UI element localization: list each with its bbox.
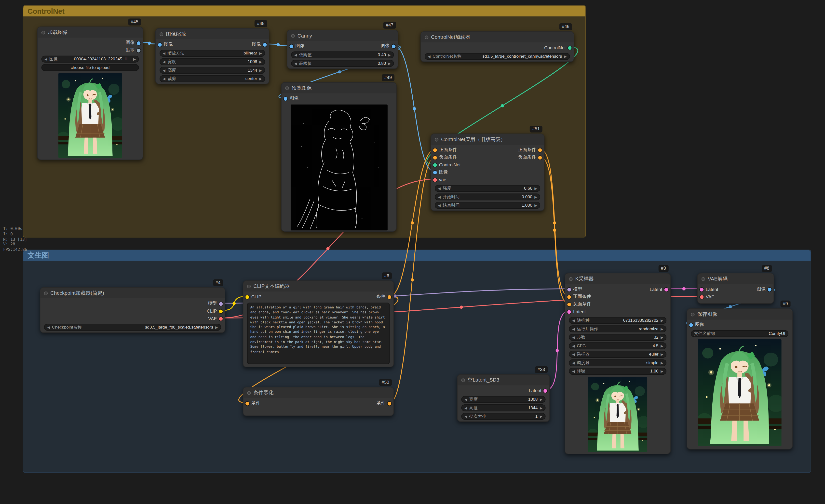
widget-filename-prefix[interactable]: 文件名前缀ComfyUI [691,330,788,337]
node-image-scale[interactable]: #48图像缩放图像图像◀缩放方法bilinear▶◀宽度1008▶◀高度1344… [155,28,269,84]
increment-arrow-icon[interactable]: ▶ [534,195,537,199]
collapse-dot-icon[interactable] [41,30,45,34]
increment-arrow-icon[interactable]: ▶ [661,335,663,339]
increment-arrow-icon[interactable]: ▶ [564,54,567,59]
output-port-latent[interactable] [543,389,547,392]
widget-sampler-name[interactable]: ◀采样器euler▶ [569,351,666,358]
decrement-arrow-icon[interactable]: ◀ [438,203,441,207]
collapse-dot-icon[interactable] [435,138,438,141]
decrement-arrow-icon[interactable]: ◀ [163,77,165,81]
node-checkpoint-loader-simple[interactable]: #4Checkpoint加载器(简易)模型CLIPVAE◀Checkpoint名… [40,287,225,333]
decrement-arrow-icon[interactable]: ◀ [163,60,165,64]
output-port-control_net[interactable] [568,46,572,50]
prompt-textarea[interactable] [247,303,390,364]
node-vae-decode[interactable]: #8VAE解码Latent图像VAE [697,273,774,304]
increment-arrow-icon[interactable]: ▶ [388,53,391,57]
decrement-arrow-icon[interactable]: ◀ [163,51,165,55]
output-port-vae[interactable] [219,317,223,321]
widget-denoise[interactable]: ◀降噪1.00▶ [569,368,666,375]
input-port-model[interactable] [567,287,571,291]
collapse-dot-icon[interactable] [291,33,295,37]
input-port-image[interactable] [158,43,162,47]
input-port-latent[interactable] [567,310,571,314]
decrement-arrow-icon[interactable]: ◀ [572,344,575,348]
increment-arrow-icon[interactable]: ▶ [259,51,262,55]
input-port-conditioning[interactable] [245,402,249,405]
decrement-arrow-icon[interactable]: ◀ [464,397,467,402]
input-port-conditioning[interactable] [567,302,571,306]
output-port-image[interactable] [263,43,267,47]
output-port-mask[interactable] [137,49,140,52]
decrement-arrow-icon[interactable]: ◀ [294,61,297,65]
collapse-dot-icon[interactable] [285,86,289,90]
decrement-arrow-icon[interactable]: ◀ [45,57,47,61]
node-conditioning-zero-out[interactable]: #50条件零化条件条件 [243,387,394,416]
increment-arrow-icon[interactable]: ▶ [259,68,262,72]
increment-arrow-icon[interactable]: ▶ [534,186,537,190]
collapse-dot-icon[interactable] [461,378,465,382]
increment-arrow-icon[interactable]: ▶ [259,60,262,64]
decrement-arrow-icon[interactable]: ◀ [428,54,431,59]
widget-latent-height[interactable]: ◀高度1344▶ [461,404,545,411]
widget-crop[interactable]: ◀裁剪center▶ [160,75,265,82]
decrement-arrow-icon[interactable]: ◀ [572,327,575,331]
decrement-arrow-icon[interactable]: ◀ [438,186,441,190]
output-port-image[interactable] [392,44,395,48]
decrement-arrow-icon[interactable]: ◀ [572,352,575,356]
widget-strength[interactable]: ◀强度0.66▶ [435,185,540,192]
input-port-conditioning[interactable] [433,156,437,159]
widget-control-after-generate[interactable]: ◀运行后操作randomize▶ [569,325,666,332]
node-controlnet-loader[interactable]: #46ControlNet加载器ControlNet◀ControlNet名称s… [421,31,574,62]
increment-arrow-icon[interactable]: ▶ [540,414,542,418]
widget-high-threshold[interactable]: ◀高阈值0.80▶ [291,60,394,67]
node-title-bar[interactable]: ControlNet应用（旧版高级） [431,134,544,145]
node-title-bar[interactable]: 空Latent_SD3 [458,375,549,385]
node-title-bar[interactable]: VAE解码 [698,274,774,284]
input-port-control_net[interactable] [433,163,437,167]
widget-steps[interactable]: ◀步数32▶ [569,334,666,341]
collapse-dot-icon[interactable] [425,35,428,39]
collapse-dot-icon[interactable] [701,277,705,281]
widget-width[interactable]: ◀宽度1008▶ [160,59,265,65]
widget-scheduler[interactable]: ◀调度器simple▶ [569,359,666,366]
output-port-image[interactable] [137,41,140,45]
increment-arrow-icon[interactable]: ▶ [540,406,542,410]
widget-seed[interactable]: ◀随机种673163335282702▶ [569,317,666,324]
widget-scale-method[interactable]: ◀缩放方法bilinear▶ [160,50,265,57]
widget-end-percent[interactable]: ◀结束时间1.000▶ [435,202,540,209]
widget-start-percent[interactable]: ◀开始时间0.000▶ [435,193,540,200]
output-port-model[interactable] [219,302,223,306]
node-canny[interactable]: #47Canny图像图像◀低阈值0.40▶◀高阈值0.80▶ [287,30,398,69]
node-ksampler[interactable]: #3K采样器模型Latent正面条件负面条件Latent◀随机种67316333… [565,273,671,454]
decrement-arrow-icon[interactable]: ◀ [294,53,297,57]
widget-batch-size[interactable]: ◀批次大小1▶ [461,413,545,420]
collapse-dot-icon[interactable] [247,284,251,288]
output-port-conditioning[interactable] [388,402,391,405]
increment-arrow-icon[interactable]: ▶ [540,397,542,402]
node-title-bar[interactable]: Canny [287,30,398,41]
collapse-dot-icon[interactable] [569,277,573,281]
increment-arrow-icon[interactable]: ▶ [661,352,663,356]
node-title-bar[interactable]: 预览图像 [282,83,396,93]
decrement-arrow-icon[interactable]: ◀ [572,318,575,322]
input-port-latent[interactable] [700,287,703,291]
node-load-image[interactable]: #45加载图像图像遮罩◀图像00004-20241103_220245_lll.… [37,26,143,160]
node-title-bar[interactable]: 加载图像 [38,27,143,37]
output-port-image[interactable] [768,287,771,291]
widget-latent-width[interactable]: ◀宽度1008▶ [461,396,545,403]
widget-checkpoint-name[interactable]: ◀Checkpoint名称sd3.5_large_fp8_scaled.safe… [44,324,221,331]
input-port-vae[interactable] [700,295,703,299]
node-clip-text-encode[interactable]: #6CLIP文本编码器CLIP条件 [243,280,394,367]
node-title-bar[interactable]: CLIP文本编码器 [243,281,393,291]
increment-arrow-icon[interactable]: ▶ [215,325,218,329]
output-port-conditioning[interactable] [388,295,391,299]
decrement-arrow-icon[interactable]: ◀ [438,195,441,199]
decrement-arrow-icon[interactable]: ◀ [572,335,575,339]
input-port-image[interactable] [689,323,693,327]
increment-arrow-icon[interactable]: ▶ [661,318,663,322]
node-title-bar[interactable]: 条件零化 [243,388,393,398]
collapse-dot-icon[interactable] [44,291,48,295]
input-port-image[interactable] [289,44,293,48]
decrement-arrow-icon[interactable]: ◀ [163,68,165,72]
widget-upload-button[interactable]: choose file to upload [41,64,139,71]
